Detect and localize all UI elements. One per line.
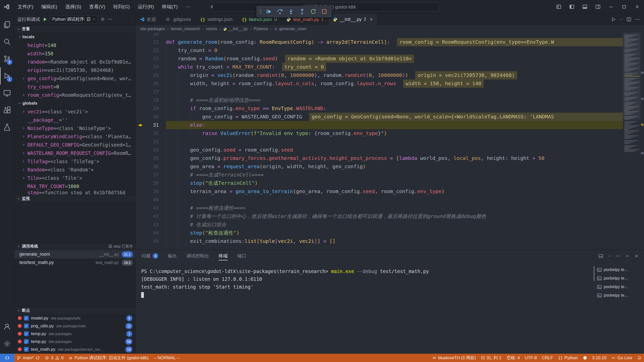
statusbar-cursor-position[interactable]: 行 31, 列 1 bbox=[478, 354, 504, 362]
window-close-icon[interactable] bbox=[631, 2, 643, 12]
menu-文件(F)[interactable]: 文件(F) bbox=[14, 2, 37, 12]
more-actions-icon[interactable] bbox=[108, 17, 112, 22]
run-dropdown-icon[interactable] bbox=[620, 18, 623, 21]
gear-icon[interactable] bbox=[100, 17, 105, 22]
code-line-26[interactable]: 26width, height = room_config.layout.n_c… bbox=[136, 79, 623, 88]
breadcrumb-item[interactable]: site-packages bbox=[140, 27, 165, 31]
breakpoint-row[interactable]: ✓temp.pysite-packages1 bbox=[14, 330, 135, 338]
terminal-instance[interactable]: pocketpy te… bbox=[595, 265, 642, 274]
debug-config-dropdown[interactable]: Python 调试程序: 启 bbox=[50, 15, 98, 23]
close-panel-icon[interactable] bbox=[634, 254, 639, 258]
variable-row[interactable]: TileTag = <class 'TileTag'> bbox=[14, 157, 135, 165]
code-line-30[interactable]: 30geo_config = WASTELAND_GEO_CONFIGgeo_c… bbox=[136, 113, 623, 121]
statusbar-remote-indicator[interactable] bbox=[0, 354, 14, 362]
breakpoint-checkbox[interactable]: ✓ bbox=[24, 331, 29, 336]
debug-step-into-button[interactable] bbox=[286, 7, 296, 17]
code-line-39[interactable]: 39terrain_area = geo_area_to_terrain(geo… bbox=[136, 187, 623, 196]
code-line-32[interactable]: 32raise ValueError(f"Invalid env type: {… bbox=[136, 129, 623, 138]
gutter[interactable]: 22 bbox=[136, 46, 166, 55]
minimap[interactable] bbox=[623, 33, 640, 250]
statusbar-last-commit[interactable]: blueloveTH (3 周前) bbox=[430, 354, 478, 362]
code-line-38[interactable]: 38step("生成TerrainCell") bbox=[136, 179, 623, 187]
menu-编辑(E)[interactable]: 编辑(E) bbox=[37, 2, 61, 12]
gutter[interactable]: 29 bbox=[136, 104, 166, 113]
breakpoint-checkbox[interactable]: ✓ bbox=[24, 316, 29, 321]
gutter[interactable]: 36 bbox=[136, 162, 166, 171]
tab-.gdignore[interactable]: .gdignore bbox=[161, 14, 196, 25]
code-line-45[interactable]: 45exit_combinations:list[tuple[vec2i, ve… bbox=[136, 237, 623, 245]
breadcrumb-item[interactable]: generate_room bbox=[274, 27, 307, 31]
code-line-34[interactable]: 34geo_config.seed = room_config.seed bbox=[136, 146, 623, 154]
breakpoints-section-header[interactable]: 断点 bbox=[14, 307, 135, 314]
menu-⋯[interactable]: ⋯ bbox=[182, 2, 194, 12]
terminal-output[interactable]: PS C:\computer_science\godot-ldtk\site-p… bbox=[141, 267, 591, 352]
overview-ruler[interactable] bbox=[640, 33, 644, 250]
gutter[interactable]: 40 bbox=[136, 196, 166, 204]
panel-tab-终端[interactable]: 终端 bbox=[219, 250, 228, 262]
variable-row[interactable]: origin = vec2i(7205730, 9024468) bbox=[14, 66, 135, 74]
more-actions-icon[interactable] bbox=[616, 254, 620, 258]
variable-row[interactable]: DEFAULT_GEO_CONFIG = GeoConfig(seed=1… bbox=[14, 141, 135, 149]
terminal-instance[interactable]: pocketpy te… bbox=[595, 283, 642, 291]
statusbar-language-mode[interactable]: {}Python bbox=[556, 354, 580, 362]
gutter[interactable]: 39 bbox=[136, 187, 166, 196]
statusbar-encoding[interactable]: UTF-8 bbox=[522, 354, 539, 362]
code-line-28[interactable]: 28# ====生成初始地理信息==== bbox=[136, 96, 623, 104]
breakpoint-row[interactable]: ✓test_math.pysite-packages\terrain_res…1… bbox=[14, 345, 135, 353]
watch-section-header[interactable]: 监视 bbox=[14, 195, 135, 202]
statusbar-notifications[interactable] bbox=[635, 354, 644, 362]
sidebar-item-run-debug[interactable]: 1 bbox=[0, 67, 14, 84]
statusbar-indentation[interactable]: 空格: 4 bbox=[504, 354, 522, 362]
statusbar-vim-mode[interactable]: -- NORMAL -- bbox=[151, 354, 182, 362]
breakpoint-row[interactable]: ✓png_utils.pysite-packages\wfc11 bbox=[14, 322, 135, 330]
stack-frame[interactable]: test/test_math.pytest_math.py16:1 bbox=[14, 258, 135, 267]
menu-转到(G)[interactable]: 转到(G) bbox=[109, 2, 134, 12]
terminal-instance[interactable]: pocketpy te… bbox=[595, 291, 642, 300]
gutter[interactable]: 41 bbox=[136, 204, 166, 212]
gutter[interactable]: 38 bbox=[136, 179, 166, 187]
sidebar-item-account[interactable] bbox=[0, 318, 14, 335]
variable-group-locals[interactable]: locals bbox=[14, 33, 135, 41]
gutter[interactable]: 20 bbox=[136, 33, 166, 38]
terminal-scrollbar[interactable] bbox=[593, 266, 595, 281]
variable-row[interactable]: geo_config = GeoConfig(seed=None, wor… bbox=[14, 74, 135, 82]
variable-row[interactable]: PlanetaryWindConfig = <class 'Planeta… bbox=[14, 132, 135, 141]
menu-选择(S)[interactable]: 选择(S) bbox=[61, 2, 85, 12]
gutter[interactable]: 23 bbox=[136, 55, 166, 63]
terminal-instance[interactable]: pocketpy te… bbox=[595, 274, 642, 283]
gutter[interactable]: 32 bbox=[136, 129, 166, 138]
toggle-sidebar-icon[interactable] bbox=[566, 2, 578, 12]
debug-continue-button[interactable] bbox=[264, 7, 274, 17]
gutter[interactable]: 25 bbox=[136, 71, 166, 79]
statusbar-python-version[interactable]: 3.10.10 bbox=[590, 354, 609, 362]
code-line-35[interactable]: 35geo_config.primary_forces.geothermal_a… bbox=[136, 154, 623, 162]
code-line-22[interactable]: 22try_count = 0 bbox=[136, 46, 623, 55]
run-python-file-icon[interactable] bbox=[611, 17, 616, 22]
statusbar-go-live[interactable]: Go Live bbox=[609, 354, 635, 362]
variable-group-globals[interactable]: globals bbox=[14, 99, 135, 107]
breakpoint-checkbox[interactable]: ✓ bbox=[24, 324, 29, 328]
maximize-panel-icon[interactable] bbox=[625, 254, 630, 258]
statusbar-git-branch[interactable]: main* bbox=[14, 354, 42, 362]
statusbar-github[interactable] bbox=[580, 354, 590, 362]
gutter[interactable]: 44 bbox=[136, 229, 166, 237]
start-debug-button[interactable] bbox=[43, 17, 48, 22]
panel-tab-问题[interactable]: 问题3 bbox=[142, 250, 158, 262]
variable-row[interactable]: Random = <class 'Random'> bbox=[14, 165, 135, 174]
sidebar-item-source-control[interactable]: 3 bbox=[0, 50, 14, 67]
gutter[interactable]: 30 bbox=[136, 113, 166, 121]
breakpoint-row[interactable]: ✓temp.pysite-packages58 bbox=[14, 338, 135, 345]
statusbar-problems[interactable]: 30 bbox=[42, 354, 66, 362]
variable-row[interactable]: room_config = RoomRequestConfig(env_t… bbox=[14, 91, 135, 99]
code-line-40[interactable]: 40 bbox=[136, 196, 623, 204]
code-line-33[interactable]: 33 bbox=[136, 138, 623, 146]
sidebar-item-settings[interactable] bbox=[0, 335, 14, 352]
code-editor[interactable]: 2021def generate_room(room_config: RoomR… bbox=[136, 33, 644, 250]
tab-欢迎[interactable]: 欢迎 bbox=[136, 14, 161, 25]
toggle-secondary-sidebar-icon[interactable] bbox=[592, 2, 604, 12]
sidebar-item-testing[interactable] bbox=[0, 119, 14, 136]
gutter[interactable]: 35 bbox=[136, 154, 166, 162]
debug-step-over-button[interactable] bbox=[275, 7, 285, 17]
code-line-31[interactable]: 31else: bbox=[136, 121, 623, 129]
code-line-44[interactable]: 44step("检查连通性") bbox=[136, 229, 623, 237]
